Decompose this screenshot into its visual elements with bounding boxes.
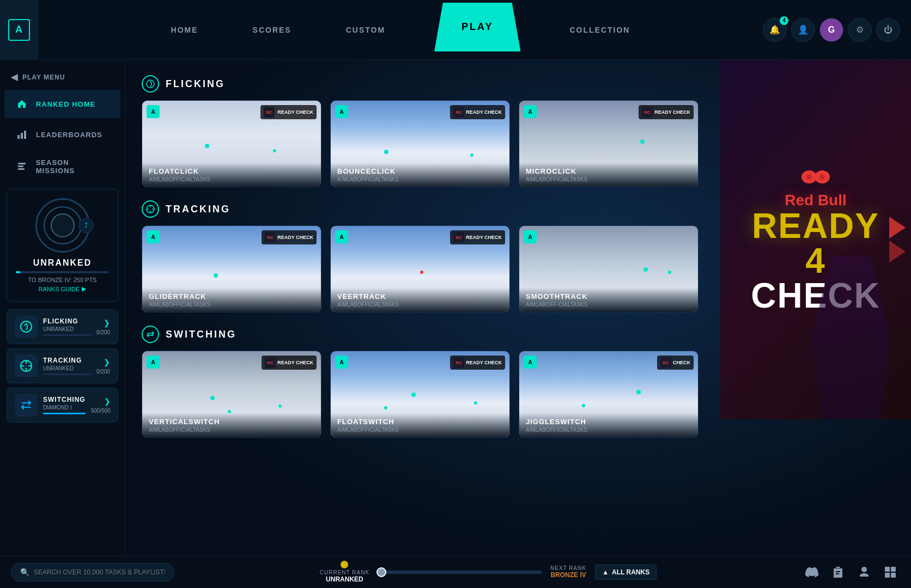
redbull-bulls-icon bbox=[799, 166, 832, 188]
dot bbox=[643, 267, 648, 272]
task-card-floatswitch[interactable]: A RC READY CHECK FLOATSWITCH AIMLABOFFIC… bbox=[330, 351, 510, 438]
chevron-up-icon: ▲ bbox=[602, 568, 609, 576]
dot bbox=[474, 401, 477, 405]
search-icon: 🔍 bbox=[20, 568, 29, 577]
nav-item-custom[interactable]: CUSTOM bbox=[341, 0, 391, 59]
dot bbox=[640, 139, 645, 144]
svg-rect-5 bbox=[18, 168, 25, 170]
rank-section: ⤴ UNRANKED TO BRONZE IV: 250 PTS RANKS G… bbox=[7, 189, 118, 302]
task-card-jiggleswitch[interactable]: A RC CHECK JIGGLESWITCH AIMLABOFFICIALTA… bbox=[519, 351, 699, 438]
person-icon-button[interactable] bbox=[854, 562, 874, 582]
floatswitch-badge: RC READY CHECK bbox=[450, 356, 505, 370]
floatclick-logo: A bbox=[147, 105, 160, 118]
task-card-bounceclick[interactable]: A RC READY CHECK BOUNCECLICK A MLABOFFIC… bbox=[330, 100, 510, 187]
redbull-banner[interactable]: Red Bull READY 4 CHECK bbox=[720, 60, 911, 419]
bell-icon: 🔔 bbox=[769, 24, 780, 35]
nav-item-collection[interactable]: COLLECTION bbox=[564, 0, 635, 59]
switching-progress-bar bbox=[43, 413, 86, 414]
rank-track bbox=[378, 571, 542, 574]
bounceclick-badge: RC READY CHECK bbox=[450, 105, 505, 119]
top-nav: A HOME SCORES CUSTOM PLAY COLLECTION 🔔 👤… bbox=[0, 0, 911, 60]
tracking-title: TRACKING bbox=[166, 204, 230, 215]
sidebar-item-leaderboards[interactable]: LEADERBOARDS bbox=[4, 120, 120, 149]
task-card-veertrack[interactable]: A RC READY CHECK VEERTRACK AIMLABOFFICIA… bbox=[330, 225, 510, 313]
task-card-microclick[interactable]: A RC READY CHECK MICROCLICK AIMLABOFFICI… bbox=[519, 100, 699, 187]
skill-card-flicking[interactable]: FLICKING UNRANKED ❯ 0/200 bbox=[7, 309, 118, 344]
skill-card-switching[interactable]: SWITCHING DIAMOND I ❯ 500/500 bbox=[7, 388, 118, 422]
power-button[interactable]: ⏻ bbox=[876, 18, 900, 42]
share-icon: ⤴ bbox=[84, 222, 88, 229]
switching-icon bbox=[15, 394, 38, 416]
sidebar-item-ranked-home[interactable]: RANKED HOME bbox=[4, 90, 120, 118]
nav-logo[interactable]: A bbox=[0, 0, 38, 60]
rank-circle: ⤴ bbox=[35, 198, 90, 253]
svg-rect-2 bbox=[24, 131, 26, 139]
sidebar-item-season-missions[interactable]: SEASON MISSIONS bbox=[4, 151, 120, 182]
discord-icon-button[interactable] bbox=[802, 562, 822, 582]
rank-progress-fill bbox=[16, 271, 21, 273]
share-button[interactable]: ⤴ bbox=[78, 218, 94, 233]
task-card-floatclick[interactable]: A RC READY CHECK FLOATCLICK AIMLABOFFICI… bbox=[142, 100, 321, 187]
switching-title: SWITCHING bbox=[166, 329, 236, 340]
dot bbox=[205, 144, 209, 148]
user-avatar-button[interactable]: G bbox=[819, 18, 843, 42]
all-ranks-button[interactable]: ▲ ALL RANKS bbox=[595, 565, 657, 580]
mission-icon bbox=[15, 160, 28, 173]
flicking-info: FLICKING UNRANKED bbox=[43, 317, 91, 336]
settings-button[interactable]: ⚙ bbox=[848, 18, 872, 42]
ranks-guide-link[interactable]: RANKS GUIDE ▶ bbox=[39, 285, 87, 292]
task-card-smoothtrack[interactable]: A SMOOTHTRACK AIMLABOFF-CIALTASKS bbox=[519, 225, 699, 313]
microclick-badge: RC READY CHECK bbox=[639, 105, 694, 119]
bounceclick-logo: A bbox=[335, 105, 348, 118]
search-input[interactable] bbox=[34, 568, 165, 576]
svg-rect-25 bbox=[891, 573, 896, 578]
chart-icon bbox=[15, 128, 28, 141]
svg-rect-23 bbox=[891, 567, 896, 572]
notification-button[interactable]: 🔔 bbox=[763, 18, 787, 42]
play-menu-back[interactable]: ◀ PLAY MENU bbox=[0, 65, 125, 89]
nav-item-play[interactable]: PLAY bbox=[434, 3, 520, 52]
rank-progress-bar bbox=[16, 271, 109, 273]
svg-point-6 bbox=[21, 321, 32, 332]
dot bbox=[582, 404, 585, 407]
redbull-number-text: 4 bbox=[805, 243, 826, 278]
gear-icon: ⚙ bbox=[856, 24, 864, 35]
sidebar: ◀ PLAY MENU RANKED HOME LEADERBOARDS bbox=[0, 60, 125, 555]
decorative-arrows bbox=[889, 217, 906, 262]
nav-item-scores[interactable]: SCORES bbox=[247, 0, 297, 59]
friends-button[interactable]: 👤 bbox=[791, 18, 815, 42]
skill-card-tracking[interactable]: TRACKING UNRANKED ❯ 0/200 bbox=[7, 348, 118, 383]
switching-info: SWITCHING DIAMOND I bbox=[43, 396, 86, 414]
rank-to-next: TO BRONZE IV: 250 PTS bbox=[28, 277, 97, 283]
verticalswitch-overlay: VERTICALSWITCH AIMLABOFFICIALTASKS bbox=[142, 413, 321, 437]
task-card-glidertrack[interactable]: A RC READY CHECK GLIDERTRACK AIMLABOFFIC… bbox=[142, 225, 321, 313]
current-rank-dot bbox=[341, 561, 348, 568]
clipboard-icon-button[interactable] bbox=[828, 562, 848, 582]
task-card-verticalswitch[interactable]: A RC READY CHECK VERTICALSWITCH AIMLABOF… bbox=[142, 351, 321, 438]
current-rank-display: CURRENT RANK UNRANKED bbox=[320, 561, 369, 583]
microclick-overlay: MICROCLICK AIMLABOFFICIALTASKS bbox=[519, 163, 698, 187]
dot bbox=[668, 271, 671, 274]
veertrack-overlay: VEERTRACK AIMLABOFFICIALTASKS bbox=[331, 288, 509, 312]
glidertrack-badge: RC READY CHECK bbox=[262, 230, 317, 244]
smoothtrack-logo: A bbox=[524, 230, 537, 243]
tracking-section-icon bbox=[142, 200, 159, 218]
nav-items: HOME SCORES CUSTOM PLAY COLLECTION bbox=[38, 0, 763, 59]
bottom-icons bbox=[802, 562, 900, 582]
friends-icon: 👤 bbox=[798, 24, 809, 35]
rank-display: CURRENT RANK UNRANKED NEXT RANK BRONZE I… bbox=[185, 561, 791, 583]
nav-item-home[interactable]: HOME bbox=[166, 0, 204, 59]
tracking-arrow-icon: ❯ bbox=[104, 358, 110, 366]
tracking-rank: UNRANKED bbox=[43, 365, 91, 371]
flicking-section-icon bbox=[142, 75, 159, 93]
logo-icon: A bbox=[8, 19, 30, 41]
tracking-icon bbox=[15, 354, 38, 377]
rank-circle-core bbox=[51, 213, 75, 237]
jiggleswitch-badge: RC CHECK bbox=[657, 356, 694, 370]
grid-icon-button[interactable] bbox=[880, 562, 900, 582]
search-box[interactable]: 🔍 bbox=[11, 563, 174, 581]
svg-point-14 bbox=[806, 174, 812, 180]
switching-rank: DIAMOND I bbox=[43, 405, 86, 411]
tracking-progress-bar bbox=[43, 373, 91, 375]
nav-right: 🔔 👤 G ⚙ ⏻ bbox=[763, 18, 911, 42]
